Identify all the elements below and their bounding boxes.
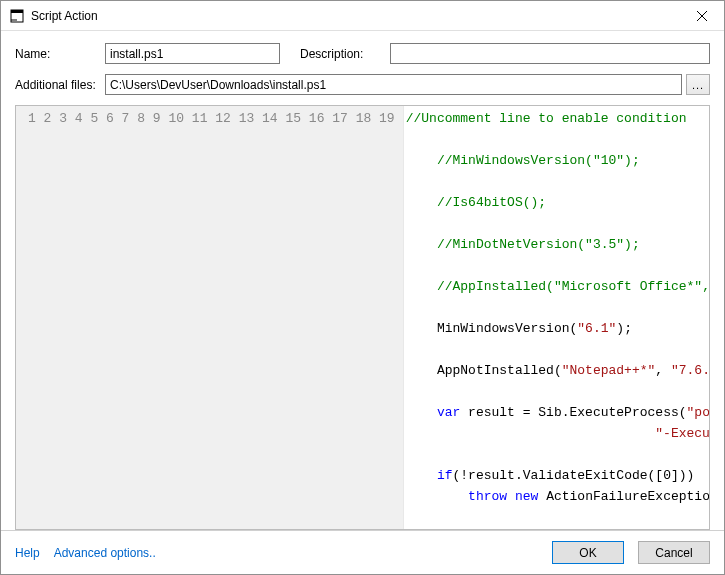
content-area: Name: Description: Additional files: ...… <box>1 31 724 530</box>
app-icon <box>9 8 25 24</box>
name-label: Name: <box>15 47 105 61</box>
help-link[interactable]: Help <box>15 546 40 560</box>
ok-button[interactable]: OK <box>552 541 624 564</box>
description-input[interactable] <box>390 43 710 64</box>
cancel-button[interactable]: Cancel <box>638 541 710 564</box>
dialog-window: Script Action Name: Description: Additio… <box>0 0 725 575</box>
row-name-desc: Name: Description: <box>15 43 710 64</box>
close-button[interactable] <box>679 1 724 31</box>
description-label: Description: <box>300 47 390 61</box>
code-area[interactable]: //Uncomment line to enable condition //M… <box>404 106 709 529</box>
row-additional-files: Additional files: ... <box>15 74 710 95</box>
browse-button[interactable]: ... <box>686 74 710 95</box>
additional-files-input[interactable] <box>105 74 682 95</box>
svg-rect-1 <box>11 10 23 13</box>
titlebar: Script Action <box>1 1 724 31</box>
additional-files-label: Additional files: <box>15 78 105 92</box>
advanced-options-link[interactable]: Advanced options.. <box>54 546 156 560</box>
code-editor[interactable]: 1 2 3 4 5 6 7 8 9 10 11 12 13 14 15 16 1… <box>15 105 710 530</box>
window-title: Script Action <box>31 9 679 23</box>
footer: Help Advanced options.. OK Cancel <box>1 530 724 574</box>
name-input[interactable] <box>105 43 280 64</box>
line-number-gutter: 1 2 3 4 5 6 7 8 9 10 11 12 13 14 15 16 1… <box>16 106 404 529</box>
